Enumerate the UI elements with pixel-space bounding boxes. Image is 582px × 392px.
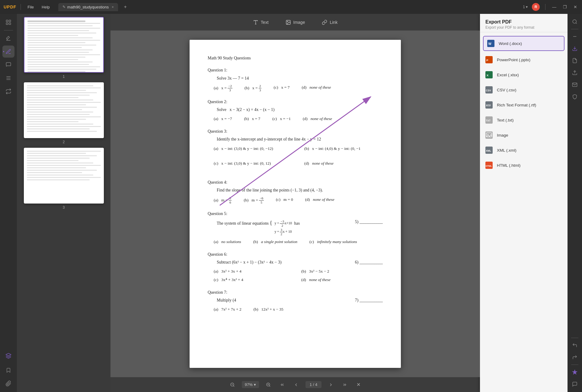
export-item-image[interactable]: Image (480, 128, 568, 143)
q2-opt-d: (d) none of these (303, 115, 332, 122)
export-item-csv[interactable]: CSV CSV (.csv) (480, 82, 568, 97)
app-logo: UPDF (4, 5, 16, 9)
thumb-line (27, 49, 93, 50)
svg-rect-2 (6, 23, 8, 25)
rab-magic-button[interactable] (569, 367, 580, 378)
export-item-txt[interactable]: TXT Text (.txt) (480, 112, 568, 128)
thumb-line (27, 25, 93, 26)
q1-title: Question 1: (208, 67, 383, 74)
prev-page-button[interactable] (292, 380, 301, 389)
pdf-viewer[interactable]: Math 90 Study Questions Question 1: Solv… (110, 31, 480, 377)
q4-opt-d: (d) none of these (305, 196, 334, 204)
rab-upload-button[interactable] (569, 67, 580, 78)
thumbnail-label-1: 1 (63, 74, 65, 79)
sidebar-item-highlight[interactable] (2, 32, 14, 44)
sidebar-item-comment[interactable] (2, 59, 14, 71)
minimize-button[interactable]: — (551, 4, 558, 10)
q2-prompt: Solve x − 3(2 − x) = 4x − (x − 1) (217, 106, 383, 113)
export-item-rtf[interactable]: RTF Rich Text Format (.rtf) (480, 97, 568, 112)
thumbnail-page-1[interactable] (24, 17, 104, 73)
user-avatar[interactable]: R (532, 3, 540, 11)
link-tool-button[interactable]: Link (313, 17, 346, 28)
rab-search-button[interactable] (569, 16, 580, 27)
sidebar-item-convert[interactable] (2, 85, 14, 97)
next-page-button[interactable] (326, 380, 335, 389)
thumb-line (27, 64, 89, 65)
text-tool-button[interactable]: Text (245, 17, 277, 28)
thumb-line (27, 62, 93, 62)
file-menu[interactable]: File (25, 4, 36, 11)
sidebar-item-layers[interactable] (2, 350, 14, 362)
zoom-in-button[interactable] (264, 380, 273, 389)
rab-secure-button[interactable] (569, 91, 580, 102)
export-item-html[interactable]: HTML HTML (.html) (480, 158, 568, 173)
titlebar-controls: 1 ▾ R — ❐ ✕ (523, 3, 578, 11)
thumbnail-page-3[interactable] (24, 148, 104, 204)
thumbnail-page-2[interactable] (24, 82, 104, 138)
image-export-icon (485, 131, 493, 139)
question-4: Question 4: Find the slope of the line j… (208, 179, 383, 204)
thumbnail-item-1[interactable]: 1 (20, 17, 107, 79)
svg-rect-4 (6, 63, 11, 66)
thumb-line (27, 54, 100, 55)
export-item-image-label: Image (497, 133, 508, 138)
active-tab[interactable]: ✎ math90_studyquestions × (58, 3, 118, 11)
q4-title: Question 4: (208, 179, 383, 186)
thumb-line (27, 85, 94, 86)
sidebar-item-attachment[interactable] (2, 378, 14, 390)
excel-icon: X (485, 71, 493, 79)
export-item-xml[interactable]: XML XML (.xml) (480, 143, 568, 158)
maximize-button[interactable]: ❐ (562, 4, 568, 10)
rab-undo-button[interactable] (569, 340, 580, 351)
q3-options-row1: (a) x − int: (3,0) & y − int: (0, −12) (… (214, 145, 383, 158)
image-tool-button[interactable]: Image (277, 17, 314, 28)
tab-label: math90_studyquestions (67, 5, 109, 9)
last-page-button[interactable] (340, 380, 349, 389)
ppt-icon: P (485, 55, 493, 64)
close-button[interactable]: ✕ (572, 4, 578, 10)
left-sidebar (0, 14, 17, 392)
tab-close-icon[interactable]: × (112, 5, 114, 9)
rab-chat-button[interactable] (569, 379, 580, 390)
q2-options: (a) x = −7 (b) x = 7 (c) x = −1 (d) none… (214, 115, 383, 122)
svg-point-36 (573, 20, 576, 23)
rab-minus-button[interactable] (569, 31, 580, 42)
q4-opt-a: (a) m = 56 (214, 196, 232, 204)
rab-redo-button[interactable] (569, 352, 580, 363)
q3-options-row2: (c) x − int: (3,0) & y − int: (0, 12) (d… (214, 160, 383, 173)
q6-prompt: Subtract (6x² − x + 1) − (3x² − 4x − 3) … (217, 259, 383, 266)
export-item-ppt[interactable]: P PowerPoint (.pptx) (480, 52, 568, 67)
thumb-line (27, 97, 79, 98)
thumb-line (27, 45, 97, 46)
svg-text:XML: XML (486, 150, 491, 152)
q6-opt-a: (a) 3x² + 3x + 4 (214, 268, 295, 275)
sidebar-item-bookmark[interactable] (2, 364, 14, 376)
export-item-excel[interactable]: X Excel (.xlsx) (480, 67, 568, 82)
rab-export-button[interactable] (569, 43, 580, 54)
sidebar-item-organize[interactable] (2, 72, 14, 84)
export-item-word[interactable]: W Word (.docx) (483, 36, 564, 51)
new-tab-button[interactable]: + (123, 3, 128, 11)
thumb-line (27, 175, 94, 175)
svg-text:P: P (486, 58, 488, 62)
thumbnail-item-2[interactable]: 2 (20, 82, 107, 144)
thumb-line (27, 172, 82, 173)
thumb-line (27, 35, 78, 36)
rab-mail-button[interactable] (569, 79, 580, 90)
rab-pdf-button[interactable] (569, 55, 580, 66)
first-page-button[interactable] (278, 380, 287, 389)
sidebar-item-pages[interactable] (2, 16, 14, 28)
help-menu[interactable]: Help (39, 4, 52, 11)
thumbnail-item-3[interactable]: 3 (20, 148, 107, 210)
q1-opt-b: (b) x = 23 (245, 84, 261, 92)
version-selector[interactable]: 1 ▾ (523, 5, 528, 9)
q6-opt-b: (b) 3x² − 5x − 2 (301, 268, 383, 275)
sidebar-item-edit[interactable] (2, 46, 14, 58)
close-panel-button[interactable]: ✕ (354, 381, 363, 389)
q2-opt-c: (c) x = −1 (272, 115, 291, 122)
page-display[interactable]: 1 / 4 (305, 381, 321, 388)
thumb-line (27, 170, 97, 171)
thumb-line (27, 119, 86, 120)
zoom-out-button[interactable] (228, 380, 237, 389)
zoom-display[interactable]: 97% ▾ (242, 381, 259, 388)
